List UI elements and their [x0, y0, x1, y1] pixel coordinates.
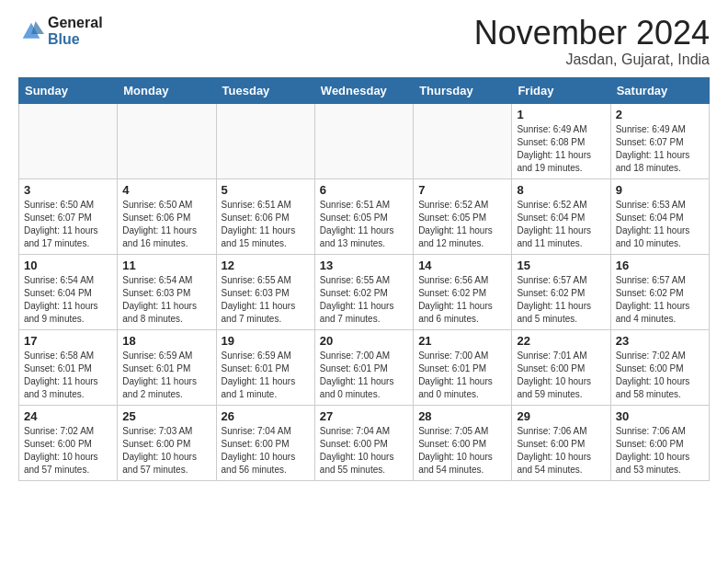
calendar-cell: 27Sunrise: 7:04 AM Sunset: 6:00 PM Dayli…	[314, 405, 413, 480]
day-info: Sunrise: 6:59 AM Sunset: 6:01 PM Dayligh…	[122, 350, 210, 401]
day-info: Sunrise: 6:50 AM Sunset: 6:07 PM Dayligh…	[24, 199, 112, 250]
day-info: Sunrise: 6:59 AM Sunset: 6:01 PM Dayligh…	[222, 350, 310, 401]
calendar-cell: 22Sunrise: 7:01 AM Sunset: 6:00 PM Dayli…	[512, 329, 610, 405]
day-number: 1	[517, 108, 605, 121]
day-number: 17	[24, 334, 112, 348]
page: General Blue November 2024 Jasdan, Gujar…	[0, 0, 728, 496]
calendar-cell: 9Sunrise: 6:53 AM Sunset: 6:04 PM Daylig…	[610, 178, 709, 254]
calendar-week-4: 17Sunrise: 6:58 AM Sunset: 6:01 PM Dayli…	[19, 329, 710, 405]
day-info: Sunrise: 7:00 AM Sunset: 6:01 PM Dayligh…	[320, 350, 408, 401]
day-info: Sunrise: 6:49 AM Sunset: 6:08 PM Dayligh…	[517, 123, 605, 175]
calendar-cell: 18Sunrise: 6:59 AM Sunset: 6:01 PM Dayli…	[118, 329, 216, 405]
calendar-cell: 20Sunrise: 7:00 AM Sunset: 6:01 PM Dayli…	[314, 329, 413, 405]
calendar-cell	[19, 103, 118, 178]
day-number: 5	[222, 183, 310, 197]
day-info: Sunrise: 6:52 AM Sunset: 6:05 PM Dayligh…	[418, 199, 506, 250]
calendar-cell: 30Sunrise: 7:06 AM Sunset: 6:00 PM Dayli…	[610, 405, 709, 480]
calendar-cell: 17Sunrise: 6:58 AM Sunset: 6:01 PM Dayli…	[19, 329, 118, 405]
day-info: Sunrise: 7:02 AM Sunset: 6:00 PM Dayligh…	[616, 350, 704, 401]
day-info: Sunrise: 6:53 AM Sunset: 6:04 PM Dayligh…	[616, 199, 704, 250]
calendar-cell	[216, 103, 314, 178]
day-number: 4	[122, 183, 210, 197]
calendar-cell: 12Sunrise: 6:55 AM Sunset: 6:03 PM Dayli…	[216, 254, 314, 329]
day-number: 8	[517, 183, 605, 197]
calendar-cell: 10Sunrise: 6:54 AM Sunset: 6:04 PM Dayli…	[19, 254, 118, 329]
day-info: Sunrise: 6:50 AM Sunset: 6:06 PM Dayligh…	[122, 199, 210, 250]
header: General Blue November 2024 Jasdan, Gujar…	[18, 15, 710, 68]
calendar-cell: 4Sunrise: 6:50 AM Sunset: 6:06 PM Daylig…	[118, 178, 216, 254]
day-info: Sunrise: 7:06 AM Sunset: 6:00 PM Dayligh…	[616, 425, 704, 477]
day-info: Sunrise: 6:51 AM Sunset: 6:06 PM Dayligh…	[222, 199, 310, 250]
day-number: 18	[122, 334, 210, 348]
calendar-week-1: 1Sunrise: 6:49 AM Sunset: 6:08 PM Daylig…	[19, 103, 710, 178]
day-info: Sunrise: 6:51 AM Sunset: 6:05 PM Dayligh…	[320, 199, 408, 250]
calendar-cell: 3Sunrise: 6:50 AM Sunset: 6:07 PM Daylig…	[19, 178, 118, 254]
calendar-cell: 15Sunrise: 6:57 AM Sunset: 6:02 PM Dayli…	[512, 254, 610, 329]
column-header-saturday: Saturday	[610, 77, 709, 103]
day-number: 16	[616, 259, 704, 272]
day-info: Sunrise: 7:02 AM Sunset: 6:00 PM Dayligh…	[24, 425, 112, 477]
calendar-week-5: 24Sunrise: 7:02 AM Sunset: 6:00 PM Dayli…	[19, 405, 710, 480]
calendar-body: 1Sunrise: 6:49 AM Sunset: 6:08 PM Daylig…	[19, 103, 710, 480]
day-number: 29	[517, 409, 605, 423]
calendar-cell: 25Sunrise: 7:03 AM Sunset: 6:00 PM Dayli…	[118, 405, 216, 480]
column-header-sunday: Sunday	[19, 77, 118, 103]
day-number: 15	[517, 259, 605, 272]
day-number: 7	[418, 183, 506, 197]
column-header-friday: Friday	[512, 77, 610, 103]
calendar-cell: 16Sunrise: 6:57 AM Sunset: 6:02 PM Dayli…	[610, 254, 709, 329]
day-info: Sunrise: 6:54 AM Sunset: 6:03 PM Dayligh…	[122, 274, 210, 326]
calendar-cell: 24Sunrise: 7:02 AM Sunset: 6:00 PM Dayli…	[19, 405, 118, 480]
logo-text: General Blue	[48, 15, 103, 47]
day-info: Sunrise: 6:57 AM Sunset: 6:02 PM Dayligh…	[517, 274, 605, 326]
day-info: Sunrise: 6:57 AM Sunset: 6:02 PM Dayligh…	[616, 274, 704, 326]
day-info: Sunrise: 7:01 AM Sunset: 6:00 PM Dayligh…	[517, 350, 605, 401]
day-number: 30	[616, 409, 704, 423]
day-number: 25	[122, 409, 210, 423]
day-number: 23	[616, 334, 704, 348]
day-number: 14	[418, 259, 506, 272]
day-number: 20	[320, 334, 408, 348]
day-info: Sunrise: 7:04 AM Sunset: 6:00 PM Dayligh…	[222, 425, 310, 477]
day-number: 9	[616, 183, 704, 197]
calendar-cell: 14Sunrise: 6:56 AM Sunset: 6:02 PM Dayli…	[414, 254, 512, 329]
day-info: Sunrise: 6:56 AM Sunset: 6:02 PM Dayligh…	[418, 274, 506, 326]
calendar-cell: 6Sunrise: 6:51 AM Sunset: 6:05 PM Daylig…	[314, 178, 413, 254]
calendar-table: SundayMondayTuesdayWednesdayThursdayFrid…	[18, 77, 710, 481]
day-info: Sunrise: 7:03 AM Sunset: 6:00 PM Dayligh…	[122, 425, 210, 477]
calendar-cell	[118, 103, 216, 178]
day-number: 13	[320, 259, 408, 272]
day-info: Sunrise: 6:54 AM Sunset: 6:04 PM Dayligh…	[24, 274, 112, 326]
calendar-cell: 8Sunrise: 6:52 AM Sunset: 6:04 PM Daylig…	[512, 178, 610, 254]
day-info: Sunrise: 7:04 AM Sunset: 6:00 PM Dayligh…	[320, 425, 408, 477]
calendar-cell: 13Sunrise: 6:55 AM Sunset: 6:02 PM Dayli…	[314, 254, 413, 329]
month-title: November 2024	[474, 15, 710, 52]
logo: General Blue	[18, 15, 103, 47]
calendar-cell: 11Sunrise: 6:54 AM Sunset: 6:03 PM Dayli…	[118, 254, 216, 329]
calendar-cell: 7Sunrise: 6:52 AM Sunset: 6:05 PM Daylig…	[414, 178, 512, 254]
header-row: SundayMondayTuesdayWednesdayThursdayFrid…	[19, 77, 710, 103]
calendar-cell: 1Sunrise: 6:49 AM Sunset: 6:08 PM Daylig…	[512, 103, 610, 178]
day-number: 28	[418, 409, 506, 423]
day-info: Sunrise: 6:55 AM Sunset: 6:02 PM Dayligh…	[320, 274, 408, 326]
day-info: Sunrise: 6:49 AM Sunset: 6:07 PM Dayligh…	[616, 123, 704, 175]
calendar-cell: 21Sunrise: 7:00 AM Sunset: 6:01 PM Dayli…	[414, 329, 512, 405]
calendar-cell	[414, 103, 512, 178]
calendar-week-3: 10Sunrise: 6:54 AM Sunset: 6:04 PM Dayli…	[19, 254, 710, 329]
day-number: 22	[517, 334, 605, 348]
day-info: Sunrise: 6:52 AM Sunset: 6:04 PM Dayligh…	[517, 199, 605, 250]
column-header-wednesday: Wednesday	[314, 77, 413, 103]
day-number: 6	[320, 183, 408, 197]
calendar-week-2: 3Sunrise: 6:50 AM Sunset: 6:07 PM Daylig…	[19, 178, 710, 254]
day-number: 12	[222, 259, 310, 272]
day-number: 19	[222, 334, 310, 348]
column-header-monday: Monday	[118, 77, 216, 103]
day-number: 2	[616, 108, 704, 121]
location: Jasdan, Gujarat, India	[474, 52, 710, 68]
day-number: 10	[24, 259, 112, 272]
calendar-cell: 2Sunrise: 6:49 AM Sunset: 6:07 PM Daylig…	[610, 103, 709, 178]
column-header-thursday: Thursday	[414, 77, 512, 103]
day-number: 27	[320, 409, 408, 423]
calendar-cell: 5Sunrise: 6:51 AM Sunset: 6:06 PM Daylig…	[216, 178, 314, 254]
calendar-cell: 29Sunrise: 7:06 AM Sunset: 6:00 PM Dayli…	[512, 405, 610, 480]
